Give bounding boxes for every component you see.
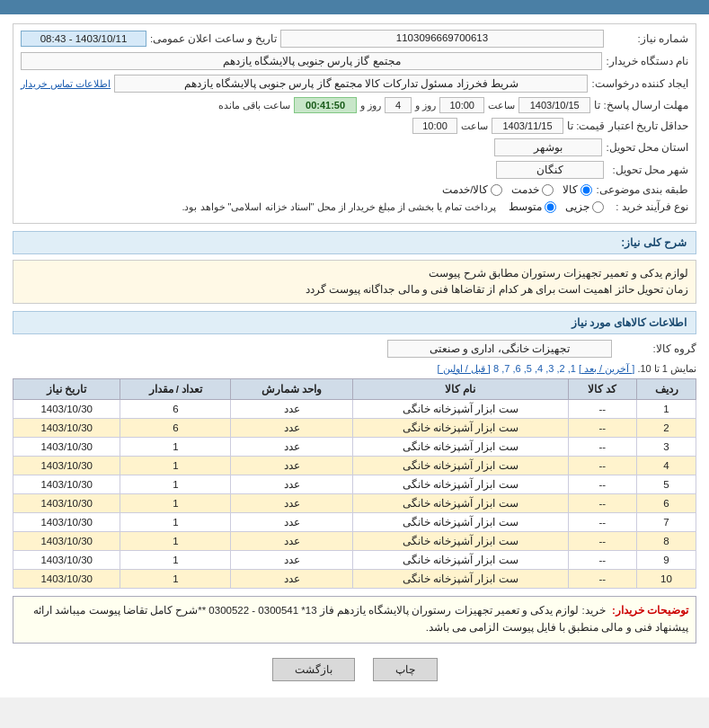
table-nav-label: نمایش 1 تا 10. [637, 363, 696, 374]
page-header [0, 0, 709, 14]
date-announce-label: تاریخ و ساعت اعلان عمومی: [150, 32, 277, 45]
cell-date: 1403/10/30 [13, 418, 120, 437]
hours-label: ساعت باقی مانده [218, 100, 290, 111]
buyer-org-value: مجتمع گاز پارس جنوبی پالایشگاه یازدهم [21, 52, 602, 70]
cell-qty: 1 [120, 493, 231, 512]
city-value: کنگان [496, 161, 604, 179]
days-label: روز و [415, 100, 436, 111]
table-row: 9 -- ست ابزار آشپزخانه خانگی عدد 1 1403/… [13, 550, 696, 569]
goods-info-label: اطلاعات کالاهای مورد نیاز [572, 316, 687, 329]
province-label: استان محل تحویل: [606, 141, 688, 154]
cell-unit: عدد [231, 493, 353, 512]
cell-row: 4 [637, 456, 696, 475]
cell-name: ست ابزار آشپزخانه خانگی [352, 493, 568, 512]
table-nav: نمایش 1 تا 10. [ آخرین / بعد ] 1, 2, 3, … [13, 363, 696, 375]
goods-table-section: ردیف کد کالا نام کالا واحد شمارش تعداد /… [13, 378, 696, 589]
cell-name: ست ابزار آشپزخانه خانگی [352, 399, 568, 418]
buyer-org-label: نام دستگاه خریدار: [606, 55, 688, 67]
table-row: 3 -- ست ابزار آشپزخانه خانگی عدد 1 1403/… [13, 437, 696, 456]
group-value: تجهیزات خانگی، اداری و صنعتی [387, 340, 612, 358]
group-row: گروه کالا: تجهیزات خانگی، اداری و صنعتی [13, 340, 696, 358]
responsible-value: شریط فخرزاد مسئول تدارکات کالا مجتمع گاز… [114, 75, 588, 93]
table-row: 5 -- ست ابزار آشپزخانه خانگی عدد 1 1403/… [13, 475, 696, 493]
cell-row: 5 [637, 475, 696, 493]
cell-name: ست ابزار آشپزخانه خانگی [352, 418, 568, 437]
cell-unit: عدد [231, 456, 353, 475]
price-deadline-label: حداقل تاریخ اعتبار قیمت: تا [567, 120, 688, 132]
cell-date: 1403/10/30 [13, 531, 120, 550]
cell-qty: 1 [120, 569, 231, 588]
table-nav-pages: 1, 2, 3, 4, 5, 6, 7, 8 [493, 363, 576, 374]
creator-label: ایجاد کننده درخواست: [591, 77, 688, 90]
col-header-row: ردیف [637, 378, 696, 399]
cell-code: -- [568, 493, 636, 512]
buyer-notes-section: توضیحات خریدار: خرید: لوازم یدکی و تعمیر… [13, 596, 696, 644]
col-header-code: کد کالا [568, 378, 636, 399]
table-nav-first[interactable]: [ قبل / اولین ] [438, 363, 491, 374]
cell-row: 1 [637, 399, 696, 418]
goods-info-title: اطلاعات کالاهای مورد نیاز [13, 311, 696, 334]
cell-name: ست ابزار آشپزخانه خانگی [352, 569, 568, 588]
category-option-both[interactable]: کالا/خدمت [442, 183, 502, 196]
responsible-row: ایجاد کننده درخواست: شریط فخرزاد مسئول ت… [21, 75, 688, 93]
back-button[interactable]: بازگشت [272, 658, 355, 681]
cell-name: ست ابزار آشپزخانه خانگی [352, 531, 568, 550]
order-number-value: 1103096669700613 [280, 30, 604, 48]
purchase-type-row: نوع فرآیند خرید : جزیی متوسط پرداخت تمام… [21, 200, 688, 213]
table-row: 8 -- ست ابزار آشپزخانه خانگی عدد 1 1403/… [13, 531, 696, 550]
cell-unit: عدد [231, 569, 353, 588]
group-label: گروه کالا: [616, 342, 696, 355]
contact-link[interactable]: اطلاعات تماس خریدار [21, 78, 111, 90]
category-label: طبقه بندی موضوعی: [596, 183, 688, 196]
purchase-note: پرداخت تمام یا بخشی از مبلغ خریدار از مح… [182, 201, 496, 213]
price-deadline-row: حداقل تاریخ اعتبار قیمت: تا 1403/11/15 س… [21, 118, 688, 134]
col-header-date: تاریخ نیاز [13, 378, 120, 399]
description-label: شرح کلی نیاز: [621, 236, 687, 249]
cell-name: ست ابزار آشپزخانه خانگی [352, 550, 568, 569]
cell-code: -- [568, 475, 636, 493]
cell-unit: عدد [231, 437, 353, 456]
purchase-option-partial[interactable]: جزیی [565, 200, 604, 213]
cell-name: ست ابزار آشپزخانه خانگی [352, 475, 568, 493]
table-row: 10 -- ست ابزار آشپزخانه خانگی عدد 1 1403… [13, 569, 696, 588]
buttons-row: چاپ بازگشت [13, 651, 696, 688]
purchase-type-radio-group: جزیی متوسط [509, 200, 604, 213]
cell-unit: عدد [231, 418, 353, 437]
category-option-goods[interactable]: کالا [563, 183, 592, 196]
print-button[interactable]: چاپ [373, 658, 438, 681]
cell-row: 8 [637, 531, 696, 550]
cell-row: 2 [637, 418, 696, 437]
table-nav-last[interactable]: [ آخرین / بعد ] [579, 363, 634, 374]
cell-unit: عدد [231, 550, 353, 569]
table-row: 2 -- ست ابزار آشپزخانه خانگی عدد 6 1403/… [13, 418, 696, 437]
cell-unit: عدد [231, 399, 353, 418]
response-remaining: 00:41:50 [294, 97, 357, 113]
cell-date: 1403/10/30 [13, 550, 120, 569]
purchase-option-medium[interactable]: متوسط [509, 200, 556, 213]
col-header-qty: تعداد / مقدار [120, 378, 231, 399]
city-row: شهر محل تحویل: کنگان [21, 161, 688, 179]
cell-qty: 1 [120, 531, 231, 550]
cell-date: 1403/10/30 [13, 399, 120, 418]
category-row: طبقه بندی موضوعی: کالا خدمت کالا/خدمت [21, 183, 688, 196]
cell-code: -- [568, 399, 636, 418]
cell-row: 10 [637, 569, 696, 588]
cell-qty: 1 [120, 475, 231, 493]
cell-unit: عدد [231, 512, 353, 531]
cell-name: ست ابزار آشپزخانه خانگی [352, 437, 568, 456]
order-number-label: شماره نیاز: [607, 32, 688, 45]
cell-code: -- [568, 437, 636, 456]
cell-unit: عدد [231, 475, 353, 493]
city-label: شهر محل تحویل: [607, 164, 688, 176]
response-date: 1403/10/15 [518, 97, 590, 113]
province-row: استان محل تحویل: بوشهر [21, 138, 688, 156]
cell-code: -- [568, 456, 636, 475]
cell-row: 7 [637, 512, 696, 531]
cell-date: 1403/10/30 [13, 493, 120, 512]
cell-date: 1403/10/30 [13, 512, 120, 531]
category-option-service[interactable]: خدمت [511, 183, 554, 196]
cell-code: -- [568, 550, 636, 569]
goods-table: ردیف کد کالا نام کالا واحد شمارش تعداد /… [13, 378, 696, 589]
table-row: 1 -- ست ابزار آشپزخانه خانگی عدد 6 1403/… [13, 399, 696, 418]
price-deadline-group: 1403/11/15 ساعت 10:00 [21, 118, 563, 134]
